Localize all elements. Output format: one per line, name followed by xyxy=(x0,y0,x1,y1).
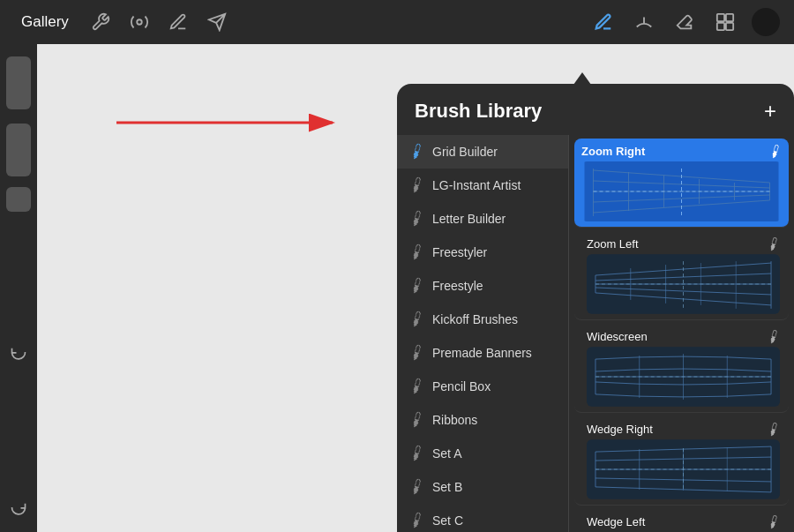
brush-preview-widescreen[interactable]: Widescreen 🖌 xyxy=(574,324,789,413)
list-item[interactable]: 🖌 Set A xyxy=(397,437,568,470)
preview-header: Zoom Left 🖌 xyxy=(587,236,780,251)
brush-category-label: Set B xyxy=(432,480,462,494)
preview-name-zoom-right: Zoom Right xyxy=(581,145,645,158)
preview-brush-icon: 🖌 xyxy=(765,327,783,346)
preview-name-wedge-left: Wedge Left xyxy=(587,515,645,528)
preview-canvas-widescreen xyxy=(587,347,780,407)
toolbar-left: Gallery xyxy=(14,8,579,36)
preview-name-wedge-right: Wedge Right xyxy=(587,423,653,436)
brush-category-label: Pencil Box xyxy=(432,379,491,393)
toolbar: Gallery xyxy=(0,0,794,44)
list-item[interactable]: 🖌 Freestyle xyxy=(397,269,568,303)
add-brush-button[interactable]: + xyxy=(764,101,776,122)
brush-preview-wedge-right[interactable]: Wedge Right 🖌 xyxy=(574,416,789,506)
list-item[interactable]: 🖌 Set B xyxy=(397,470,568,504)
wrench-icon[interactable] xyxy=(86,8,115,36)
brush-library-title: Brush Library xyxy=(415,100,542,123)
list-item[interactable]: 🖌 Set C xyxy=(397,504,568,532)
brush-preview-zoom-left[interactable]: Zoom Left 🖌 xyxy=(574,231,789,320)
svg-rect-3 xyxy=(717,23,724,30)
svg-rect-1 xyxy=(717,14,724,21)
pen-icon[interactable] xyxy=(589,8,618,36)
brush-category-icon: 🖌 xyxy=(407,208,427,229)
modify-icon[interactable] xyxy=(125,8,154,36)
brush-category-icon: 🖌 xyxy=(407,409,427,431)
brush-category-icon: 🖌 xyxy=(407,275,427,296)
svg-rect-2 xyxy=(726,14,733,21)
brush-category-label: LG-Instant Artist xyxy=(432,178,521,192)
preview-canvas-zoom-left xyxy=(587,254,780,314)
undo-btn[interactable] xyxy=(6,340,31,364)
panel-pointer-arrow xyxy=(573,72,591,85)
brush-content: 🖌 Grid Builder 🖌 LG-Instant Artist 🖌 Let… xyxy=(397,135,794,532)
list-item[interactable]: 🖌 Kickoff Brushes xyxy=(397,303,568,336)
brush-category-icon: 🖌 xyxy=(407,510,427,531)
preview-canvas-zoom-right xyxy=(581,161,782,221)
brush-preview-list: Zoom Right 🖌 xyxy=(569,135,794,532)
brush-category-list: 🖌 Grid Builder 🖌 LG-Instant Artist 🖌 Let… xyxy=(397,135,569,532)
list-item[interactable]: 🖌 Grid Builder xyxy=(397,135,568,169)
main-area: Brush Library + 🖌 Grid Builder 🖌 LG-Inst… xyxy=(0,44,794,532)
preview-brush-icon: 🖌 xyxy=(765,513,783,531)
script-icon[interactable] xyxy=(164,8,192,36)
list-item[interactable]: 🖌 Ribbons xyxy=(397,403,568,437)
preview-canvas-wedge-right xyxy=(587,439,780,499)
preview-header: Wedge Left 🖌 xyxy=(587,514,780,528)
brush-category-label: Freestyler xyxy=(432,245,487,259)
send-icon[interactable] xyxy=(203,8,231,36)
red-arrow xyxy=(108,110,346,135)
brush-category-icon: 🖌 xyxy=(407,443,427,464)
smudge-icon[interactable] xyxy=(630,8,658,36)
size-slider[interactable] xyxy=(6,124,31,176)
eraser-icon[interactable] xyxy=(670,8,699,36)
color-btn[interactable] xyxy=(6,187,31,212)
list-item[interactable]: 🖌 LG-Instant Artist xyxy=(397,169,568,202)
brush-category-icon: 🖌 xyxy=(407,476,427,498)
brush-category-icon: 🖌 xyxy=(407,242,427,263)
list-item[interactable]: 🖌 Pencil Box xyxy=(397,370,568,403)
avatar[interactable] xyxy=(752,8,780,36)
preview-header: Zoom Right 🖌 xyxy=(581,144,782,158)
brush-category-icon: 🖌 xyxy=(407,309,427,330)
brush-category-label: Letter Builder xyxy=(432,212,506,226)
brush-category-label: Set C xyxy=(432,513,463,528)
brush-category-label: Freestyle xyxy=(432,279,483,293)
svg-rect-4 xyxy=(726,23,733,30)
brush-header: Brush Library + xyxy=(397,84,794,135)
list-item[interactable]: 🖌 Freestyler xyxy=(397,236,568,269)
left-sidebar xyxy=(0,44,37,532)
svg-point-0 xyxy=(137,19,142,25)
brush-preview-zoom-right[interactable]: Zoom Right 🖌 xyxy=(574,139,789,228)
preview-brush-icon: 🖌 xyxy=(765,235,783,253)
brush-category-icon: 🖌 xyxy=(407,175,427,196)
brush-library-panel: Brush Library + 🖌 Grid Builder 🖌 LG-Inst… xyxy=(397,84,794,532)
preview-header: Wedge Right 🖌 xyxy=(587,422,780,436)
brush-preview-wedge-left[interactable]: Wedge Left 🖌 xyxy=(574,509,789,532)
preview-header: Widescreen 🖌 xyxy=(587,329,780,343)
brush-category-icon: 🖌 xyxy=(407,376,427,397)
brush-category-label: Kickoff Brushes xyxy=(432,312,518,326)
opacity-slider[interactable] xyxy=(6,56,31,109)
redo-btn[interactable] xyxy=(6,495,31,520)
preview-name-widescreen: Widescreen xyxy=(587,330,648,343)
gallery-button[interactable]: Gallery xyxy=(14,10,76,34)
brush-category-icon: 🖌 xyxy=(407,342,427,363)
preview-brush-icon: 🖌 xyxy=(767,142,784,161)
preview-name-zoom-left: Zoom Left xyxy=(587,237,639,251)
brush-category-label: Grid Builder xyxy=(432,145,498,159)
brush-category-label: Set A xyxy=(432,446,461,461)
list-item[interactable]: 🖌 Premade Banners xyxy=(397,336,568,370)
brush-category-icon: 🖌 xyxy=(407,141,427,162)
preview-brush-icon: 🖌 xyxy=(765,420,783,438)
brush-category-label: Premade Banners xyxy=(432,346,532,360)
layers-icon[interactable] xyxy=(711,8,739,36)
list-item[interactable]: 🖌 Letter Builder xyxy=(397,202,568,236)
toolbar-right xyxy=(589,8,780,36)
brush-category-label: Ribbons xyxy=(432,413,477,427)
